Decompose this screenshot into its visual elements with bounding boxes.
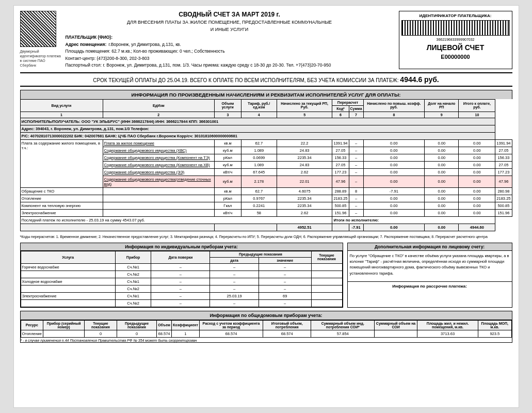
accrued: 500.85	[332, 202, 349, 209]
common-meters-table: Ресурс Прибор (серийный номер) Текущие п…	[21, 320, 512, 338]
recalc-code: –	[349, 168, 363, 176]
col-num-7: 7	[349, 112, 363, 118]
row-total: 156.33	[495, 154, 512, 161]
col-num-2: 2	[103, 112, 215, 118]
meter-service	[21, 299, 115, 307]
unit: кв.м	[215, 187, 241, 195]
last-payment-row: Последний платеж по исполнителю - 25.03.…	[20, 216, 512, 224]
accrued: 27.05	[332, 147, 349, 154]
totals-label: Итоги по исполнителю:	[332, 216, 495, 224]
totals-raised: 0.00	[363, 224, 425, 231]
recalc-code: –	[349, 139, 363, 147]
common-col-resource: Ресурс	[21, 320, 43, 330]
meters-row: Сч.№2 – – –	[21, 299, 342, 307]
meter-current	[311, 278, 342, 285]
common-current: 0	[85, 330, 117, 337]
meter-current	[311, 285, 342, 292]
meter-id: Сч.№1	[115, 263, 151, 271]
recalc-sum: 0.00	[363, 209, 425, 216]
meters-row: Сч.№2 – – –	[21, 285, 342, 292]
meter-current	[311, 292, 342, 299]
common-header-row: Ресурс Прибор (серийный номер) Текущие п…	[21, 320, 511, 330]
meter-id: Сч.№2	[115, 299, 151, 307]
service-detail	[103, 187, 215, 195]
tariff: 2235.34	[277, 195, 332, 202]
raised: 0.00	[425, 187, 459, 195]
header-right: ИДЕНТИФИКАТОР ПЛАТЕЛЬЩИКА: 3662196833999…	[399, 11, 512, 69]
meters-header-row: Услуга Прибор Дата поверки Предыдущие по…	[21, 251, 342, 257]
raised: 0.00	[425, 168, 459, 176]
col-tariff: Тариф, руб./ ед.изм	[241, 99, 277, 112]
raised: 0.00	[425, 147, 459, 154]
raised: 0.00	[425, 161, 459, 168]
row-total: 27.05	[495, 147, 512, 154]
meters-row: Горячее водоснабже Сч.№1 – – –	[21, 263, 342, 271]
raised: 0.00	[425, 139, 459, 147]
row-total: 500.85	[495, 202, 512, 209]
service-detail: Содержание общедомового имущества (Компо…	[103, 161, 215, 168]
totals-recalc-code	[332, 224, 349, 231]
row-total: 280.98	[495, 187, 512, 195]
header-info: СВОДНЫЙ СЧЕТ ЗА МАРТ 2019 г. ДЛЯ ВНЕСЕНИ…	[66, 11, 394, 69]
meter-prev-val: –	[259, 271, 311, 278]
col-num-10: 10	[459, 112, 495, 118]
service-name: Обращение с ТКО	[20, 187, 103, 195]
meters-col-check: Дата поверки	[151, 251, 210, 263]
volume: 62.7	[241, 187, 277, 195]
common-col-total-vol: Итоговый объем, потребления	[263, 320, 311, 330]
tariff: 2.62	[277, 209, 332, 216]
recalc-code: –	[349, 195, 363, 202]
common-col-area-mop: Площадь МОП, м.кв.	[478, 320, 511, 330]
payer-field: ПЛАТЕЛЬЩИК (ФИО):	[66, 34, 394, 41]
tariff: 4.6075	[277, 187, 332, 195]
debt: 0.00	[459, 154, 495, 161]
meter-check-date: –	[151, 299, 210, 307]
row-total: 1391.94	[495, 139, 512, 147]
recalc-sum: -7.91	[363, 187, 425, 195]
recalc-code: –	[349, 209, 363, 216]
service-detail	[103, 195, 215, 202]
accrued: 2183.25	[332, 195, 349, 202]
common-col-prev: Предыдущие показания	[117, 320, 156, 330]
col-num-6: 6	[332, 112, 349, 118]
meter-check-date: –	[151, 292, 210, 299]
recalc-sum: 0.00	[363, 139, 425, 147]
executor-row-3: Р/С: 40702810713000022202 БИК: 042007681…	[20, 132, 512, 139]
common-total-vol: 68.574	[263, 330, 311, 337]
col-num-8: 8	[363, 112, 425, 118]
page: Двумерный идентификатор платежа в систем…	[13, 5, 519, 408]
additional-title: Дополнительная информация по лицевому сч…	[348, 243, 512, 251]
common-col-sum-soi: Суммарный объем на СОИ	[375, 320, 417, 330]
payment-due-section: СРОК ТЕКУЩЕЙ ОПЛАТЫ ДО 25.04.19. ВСЕГО К…	[20, 72, 512, 87]
meter-id: Сч.№2	[115, 271, 151, 278]
tariff: 2.62	[277, 168, 332, 176]
totals-total: 4944.60	[459, 224, 495, 231]
volume: 0.9767	[241, 195, 277, 202]
col-debt: Долг на начало РП	[425, 99, 459, 112]
unit: куб.м	[215, 147, 241, 154]
recalc-code: –	[349, 176, 363, 187]
table-numbers-row: 1 2 3 4 5 6 7 8 9 10	[20, 112, 512, 118]
meters-col-current: Текущие показания	[311, 251, 342, 263]
totals-row: 4952.51 -7.91 0.00 0.00 4944.60	[20, 224, 512, 231]
unit: куб.м	[215, 176, 241, 187]
service-detail: Содержание общедомового имущества(отведе…	[103, 176, 215, 187]
meter-service: Электроснабжение	[21, 292, 115, 299]
common-sum-soi	[375, 330, 417, 337]
service-detail: Плата за жилое помещение	[103, 139, 215, 147]
unit: рКал	[215, 154, 241, 161]
recalc-sum: 0.00	[363, 176, 425, 187]
raised: 0.00	[425, 209, 459, 216]
charges-section-title: ИНФОРМАЦИЯ ПО ПРОИЗВЕДЕННЫМ НАЧИСЛЕНИЯМ …	[20, 90, 512, 99]
col-unit: ЕдИзм	[103, 99, 215, 112]
common-col-current: Текущие показания	[85, 320, 117, 330]
recalc-sum: 0.00	[363, 147, 425, 154]
col-recalc-sum: Сумма	[349, 105, 363, 112]
common-col-vol: Объем	[157, 320, 172, 330]
tariff: 22.2	[277, 139, 332, 147]
debt: 0.00	[459, 209, 495, 216]
common-area-liv: 3713.63	[417, 330, 478, 337]
service-detail: Содержание общедомового имущества (Компо…	[103, 154, 215, 161]
executor-header: ИСПОЛНИТЕЛЬ/ПОЛУЧАТЕЛЬ: ООО "УК ЭЛЬБРУС"…	[20, 118, 495, 125]
recalc-code: –	[349, 154, 363, 161]
